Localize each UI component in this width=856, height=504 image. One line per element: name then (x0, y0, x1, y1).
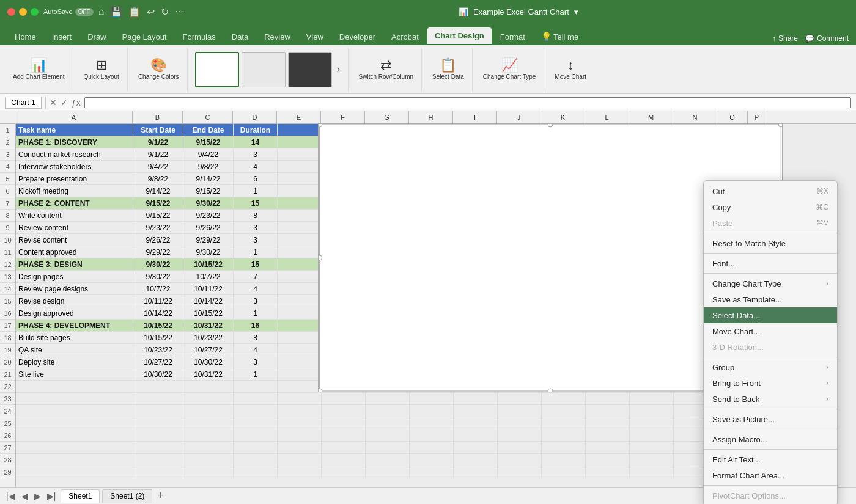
row-num-17[interactable]: 17 (0, 320, 15, 332)
row-num-10[interactable]: 10 (0, 234, 15, 246)
cell-16-2[interactable]: 10/14/22 (133, 307, 183, 320)
cell-9-2[interactable]: 9/23/22 (133, 222, 183, 234)
ctx-item-edit-alt-text...[interactable]: Edit Alt Text... (704, 451, 837, 467)
col-header-l[interactable]: L (585, 111, 629, 123)
cell-21-1[interactable]: Site live (16, 368, 133, 381)
chart-style-2[interactable] (242, 52, 286, 87)
cell-24-11[interactable] (542, 405, 586, 417)
cell-11-5[interactable] (278, 246, 322, 258)
sheet-first[interactable]: |◀ (4, 490, 18, 502)
row-num-22[interactable]: 22 (0, 381, 15, 393)
cell-23-2[interactable] (133, 393, 183, 405)
cell-12-1[interactable]: PHASE 3: DESIGN (16, 258, 133, 271)
cell-26-8[interactable] (410, 429, 454, 442)
cell-18-1[interactable]: Build site pages (16, 332, 133, 344)
cell-28-6[interactable] (322, 454, 366, 466)
cell-28-7[interactable] (366, 454, 410, 466)
add-sheet-button[interactable]: + (155, 489, 166, 502)
ctx-item-save-as-template...[interactable]: Save as Template... (704, 291, 837, 307)
col-header-e[interactable]: E (277, 111, 321, 123)
cell-25-10[interactable] (498, 417, 542, 429)
cell-16-3[interactable]: 10/15/22 (183, 307, 234, 320)
ctx-item-move-chart...[interactable]: Move Chart... (704, 323, 837, 339)
cell-29-6[interactable] (322, 466, 366, 478)
cell-20-4[interactable]: 3 (234, 356, 278, 368)
cell-21-2[interactable]: 10/30/22 (133, 368, 183, 381)
cell-17-5[interactable] (278, 320, 322, 332)
saveas-icon[interactable]: 📋 (128, 6, 141, 18)
cell-1-2[interactable]: Start Date (133, 124, 183, 136)
row-num-12[interactable]: 12 (0, 258, 15, 271)
row-num-28[interactable]: 28 (0, 454, 15, 466)
cell-10-2[interactable]: 9/26/22 (133, 234, 183, 246)
row-num-3[interactable]: 3 (0, 148, 15, 161)
cell-4-3[interactable]: 9/8/22 (183, 161, 234, 173)
cell-18-4[interactable]: 8 (234, 332, 278, 344)
cell-7-1[interactable]: PHASE 2: CONTENT (16, 197, 133, 210)
cell-14-5[interactable] (278, 283, 322, 295)
col-header-b[interactable]: B (133, 111, 183, 123)
cell-1-1[interactable]: Task name (16, 124, 133, 136)
cell-22-5[interactable] (278, 381, 322, 393)
cell-23-1[interactable] (16, 393, 133, 405)
cell-26-11[interactable] (542, 429, 586, 442)
ctx-item-group[interactable]: Group› (704, 359, 837, 375)
comment-button[interactable]: 💬 Comment (805, 34, 849, 43)
cell-22-4[interactable] (234, 381, 278, 393)
cell-17-1[interactable]: PHASE 4: DEVELOPMENT (16, 320, 133, 332)
cell-14-3[interactable]: 10/11/22 (183, 283, 234, 295)
cell-23-3[interactable] (183, 393, 234, 405)
cell-29-12[interactable] (586, 466, 630, 478)
tab-view[interactable]: View (299, 29, 331, 45)
tab-tell-me[interactable]: 💡 Tell me (534, 28, 586, 45)
cell-24-1[interactable] (16, 405, 133, 417)
cell-23-4[interactable] (234, 393, 278, 405)
col-header-h[interactable]: H (409, 111, 453, 123)
row-num-27[interactable]: 27 (0, 442, 15, 454)
cell-28-9[interactable] (454, 454, 498, 466)
cell-20-3[interactable]: 10/30/22 (183, 356, 234, 368)
cell-3-3[interactable]: 9/4/22 (183, 148, 234, 161)
col-header-d[interactable]: D (233, 111, 277, 123)
row-num-23[interactable]: 23 (0, 393, 15, 405)
cell-7-5[interactable] (278, 197, 322, 210)
cell-25-11[interactable] (542, 417, 586, 429)
cell-17-2[interactable]: 10/15/22 (133, 320, 183, 332)
cell-13-5[interactable] (278, 271, 322, 283)
cell-19-5[interactable] (278, 344, 322, 356)
cell-23-10[interactable] (498, 393, 542, 405)
cell-27-3[interactable] (183, 442, 234, 454)
cell-12-2[interactable]: 9/30/22 (133, 258, 183, 271)
cell-8-2[interactable]: 9/15/22 (133, 210, 183, 222)
cell-26-4[interactable] (234, 429, 278, 442)
cell-12-4[interactable]: 15 (234, 258, 278, 271)
row-num-11[interactable]: 11 (0, 246, 15, 258)
redo-icon[interactable]: ↻ (161, 6, 169, 18)
ctx-item-select-data...[interactable]: Select Data... (704, 307, 837, 323)
cell-18-2[interactable]: 10/15/22 (133, 332, 183, 344)
cell-11-2[interactable]: 9/29/22 (133, 246, 183, 258)
cell-25-1[interactable] (16, 417, 133, 429)
cell-8-3[interactable]: 9/23/22 (183, 210, 234, 222)
col-header-i[interactable]: I (453, 111, 497, 123)
cell-26-13[interactable] (630, 429, 674, 442)
cell-19-1[interactable]: QA site (16, 344, 133, 356)
cell-29-10[interactable] (498, 466, 542, 478)
cell-8-1[interactable]: Write content (16, 210, 133, 222)
cell-21-4[interactable]: 1 (234, 368, 278, 381)
cell-16-1[interactable]: Design approved (16, 307, 133, 320)
row-num-25[interactable]: 25 (0, 417, 15, 429)
tab-home[interactable]: Home (7, 29, 43, 45)
cell-11-1[interactable]: Content approved (16, 246, 133, 258)
cell-7-4[interactable]: 15 (234, 197, 278, 210)
cell-20-2[interactable]: 10/27/22 (133, 356, 183, 368)
row-num-14[interactable]: 14 (0, 283, 15, 295)
cell-7-3[interactable]: 9/30/22 (183, 197, 234, 210)
cell-23-9[interactable] (454, 393, 498, 405)
share-button[interactable]: ↑ Share (772, 34, 798, 43)
cell-8-5[interactable] (278, 210, 322, 222)
cell-24-2[interactable] (133, 405, 183, 417)
cell-29-4[interactable] (234, 466, 278, 478)
row-num-18[interactable]: 18 (0, 332, 15, 344)
undo-icon[interactable]: ↩ (147, 6, 155, 18)
